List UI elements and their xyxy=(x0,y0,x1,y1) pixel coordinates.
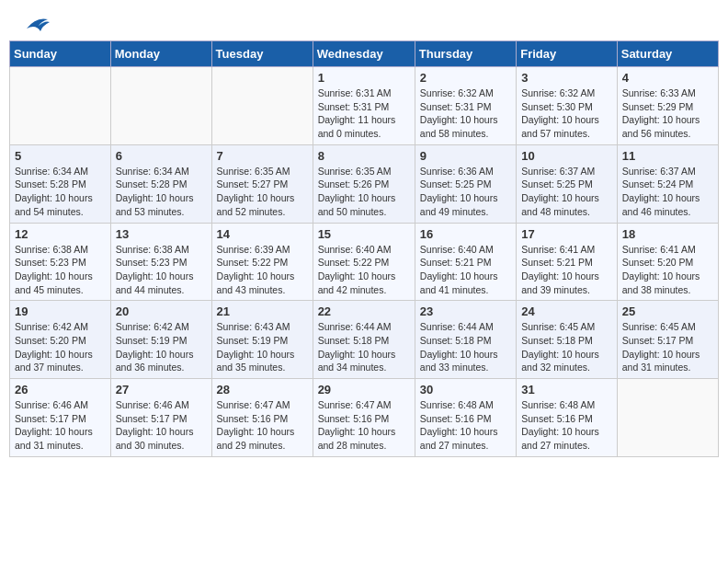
calendar-cell: 10Sunrise: 6:37 AM Sunset: 5:25 PM Dayli… xyxy=(517,144,618,223)
calendar-table: SundayMondayTuesdayWednesdayThursdayFrid… xyxy=(9,40,719,457)
calendar-cell: 22Sunrise: 6:44 AM Sunset: 5:18 PM Dayli… xyxy=(313,301,415,379)
day-number: 23 xyxy=(420,304,511,318)
day-info: Sunrise: 6:43 AM Sunset: 5:19 PM Dayligh… xyxy=(217,320,308,374)
day-info: Sunrise: 6:33 AM Sunset: 5:29 PM Dayligh… xyxy=(622,86,713,141)
day-number: 4 xyxy=(622,71,713,85)
day-info: Sunrise: 6:40 AM Sunset: 5:22 PM Dayligh… xyxy=(318,243,410,297)
calendar-cell: 18Sunrise: 6:41 AM Sunset: 5:20 PM Dayli… xyxy=(617,223,718,301)
calendar-cell: 2Sunrise: 6:32 AM Sunset: 5:31 PM Daylig… xyxy=(415,67,516,145)
calendar-cell: 23Sunrise: 6:44 AM Sunset: 5:18 PM Dayli… xyxy=(415,301,516,379)
calendar-cell: 16Sunrise: 6:40 AM Sunset: 5:21 PM Dayli… xyxy=(415,223,516,301)
weekday-header: Tuesday xyxy=(211,41,313,67)
calendar-cell xyxy=(617,379,718,457)
weekday-header: Sunday xyxy=(10,41,111,67)
calendar-cell: 29Sunrise: 6:47 AM Sunset: 5:16 PM Dayli… xyxy=(313,379,415,457)
day-info: Sunrise: 6:36 AM Sunset: 5:25 PM Dayligh… xyxy=(420,165,511,219)
day-number: 14 xyxy=(217,227,308,241)
weekday-header: Saturday xyxy=(617,41,718,67)
calendar-container: SundayMondayTuesdayWednesdayThursdayFrid… xyxy=(0,40,728,466)
day-info: Sunrise: 6:42 AM Sunset: 5:20 PM Dayligh… xyxy=(15,320,106,374)
calendar-cell: 14Sunrise: 6:39 AM Sunset: 5:22 PM Dayli… xyxy=(211,223,313,301)
day-info: Sunrise: 6:34 AM Sunset: 5:28 PM Dayligh… xyxy=(15,165,106,219)
day-number: 18 xyxy=(622,227,713,241)
calendar-cell: 4Sunrise: 6:33 AM Sunset: 5:29 PM Daylig… xyxy=(617,67,718,145)
day-info: Sunrise: 6:46 AM Sunset: 5:17 PM Dayligh… xyxy=(116,398,207,453)
day-info: Sunrise: 6:32 AM Sunset: 5:30 PM Dayligh… xyxy=(521,86,612,141)
weekday-header: Thursday xyxy=(415,41,516,67)
day-number: 19 xyxy=(15,304,106,318)
day-number: 29 xyxy=(318,383,410,396)
day-number: 11 xyxy=(622,149,713,163)
weekday-header: Wednesday xyxy=(313,41,415,67)
day-info: Sunrise: 6:35 AM Sunset: 5:26 PM Dayligh… xyxy=(318,165,410,219)
day-info: Sunrise: 6:48 AM Sunset: 5:16 PM Dayligh… xyxy=(420,398,511,453)
calendar-cell: 6Sunrise: 6:34 AM Sunset: 5:28 PM Daylig… xyxy=(110,144,211,223)
day-info: Sunrise: 6:39 AM Sunset: 5:22 PM Dayligh… xyxy=(217,243,308,297)
page-header xyxy=(0,0,728,40)
day-info: Sunrise: 6:31 AM Sunset: 5:31 PM Dayligh… xyxy=(318,86,410,141)
calendar-week-row: 19Sunrise: 6:42 AM Sunset: 5:20 PM Dayli… xyxy=(10,301,719,379)
calendar-cell: 27Sunrise: 6:46 AM Sunset: 5:17 PM Dayli… xyxy=(110,379,211,457)
calendar-cell: 21Sunrise: 6:43 AM Sunset: 5:19 PM Dayli… xyxy=(211,301,313,379)
day-info: Sunrise: 6:45 AM Sunset: 5:18 PM Dayligh… xyxy=(521,320,612,374)
calendar-cell: 24Sunrise: 6:45 AM Sunset: 5:18 PM Dayli… xyxy=(517,301,618,379)
day-info: Sunrise: 6:41 AM Sunset: 5:21 PM Dayligh… xyxy=(521,243,612,297)
calendar-cell: 25Sunrise: 6:45 AM Sunset: 5:17 PM Dayli… xyxy=(617,301,718,379)
day-number: 5 xyxy=(15,149,106,163)
day-info: Sunrise: 6:44 AM Sunset: 5:18 PM Dayligh… xyxy=(420,320,511,374)
calendar-header-row: SundayMondayTuesdayWednesdayThursdayFrid… xyxy=(10,41,719,67)
day-number: 3 xyxy=(521,71,612,85)
day-number: 2 xyxy=(420,71,511,85)
day-info: Sunrise: 6:37 AM Sunset: 5:25 PM Dayligh… xyxy=(521,165,612,219)
day-number: 21 xyxy=(217,304,308,318)
day-number: 20 xyxy=(116,304,207,318)
calendar-cell: 30Sunrise: 6:48 AM Sunset: 5:16 PM Dayli… xyxy=(415,379,516,457)
calendar-cell: 13Sunrise: 6:38 AM Sunset: 5:23 PM Dayli… xyxy=(110,223,211,301)
calendar-week-row: 1Sunrise: 6:31 AM Sunset: 5:31 PM Daylig… xyxy=(10,67,719,145)
calendar-cell: 8Sunrise: 6:35 AM Sunset: 5:26 PM Daylig… xyxy=(313,144,415,223)
day-number: 12 xyxy=(15,227,106,241)
day-info: Sunrise: 6:44 AM Sunset: 5:18 PM Dayligh… xyxy=(318,320,410,374)
calendar-cell: 9Sunrise: 6:36 AM Sunset: 5:25 PM Daylig… xyxy=(415,144,516,223)
calendar-cell: 26Sunrise: 6:46 AM Sunset: 5:17 PM Dayli… xyxy=(10,379,111,457)
calendar-cell: 12Sunrise: 6:38 AM Sunset: 5:23 PM Dayli… xyxy=(10,223,111,301)
day-number: 27 xyxy=(116,383,207,396)
day-number: 25 xyxy=(622,304,713,318)
day-number: 28 xyxy=(217,383,308,396)
day-info: Sunrise: 6:40 AM Sunset: 5:21 PM Dayligh… xyxy=(420,243,511,297)
calendar-cell: 19Sunrise: 6:42 AM Sunset: 5:20 PM Dayli… xyxy=(10,301,111,379)
day-number: 24 xyxy=(521,304,612,318)
calendar-cell xyxy=(211,67,313,145)
day-number: 7 xyxy=(217,149,308,163)
day-info: Sunrise: 6:47 AM Sunset: 5:16 PM Dayligh… xyxy=(217,398,308,453)
day-number: 22 xyxy=(318,304,410,318)
day-info: Sunrise: 6:32 AM Sunset: 5:31 PM Dayligh… xyxy=(420,86,511,141)
day-number: 16 xyxy=(420,227,511,241)
calendar-cell: 15Sunrise: 6:40 AM Sunset: 5:22 PM Dayli… xyxy=(313,223,415,301)
calendar-cell xyxy=(10,67,111,145)
calendar-cell: 5Sunrise: 6:34 AM Sunset: 5:28 PM Daylig… xyxy=(10,144,111,223)
day-number: 31 xyxy=(521,383,612,396)
day-number: 17 xyxy=(521,227,612,241)
day-info: Sunrise: 6:41 AM Sunset: 5:20 PM Dayligh… xyxy=(622,243,713,297)
day-number: 1 xyxy=(318,71,410,85)
calendar-cell: 1Sunrise: 6:31 AM Sunset: 5:31 PM Daylig… xyxy=(313,67,415,145)
day-number: 6 xyxy=(116,149,207,163)
calendar-cell: 7Sunrise: 6:35 AM Sunset: 5:27 PM Daylig… xyxy=(211,144,313,223)
day-info: Sunrise: 6:38 AM Sunset: 5:23 PM Dayligh… xyxy=(15,243,106,297)
weekday-header: Friday xyxy=(517,41,618,67)
day-info: Sunrise: 6:37 AM Sunset: 5:24 PM Dayligh… xyxy=(622,165,713,219)
day-info: Sunrise: 6:38 AM Sunset: 5:23 PM Dayligh… xyxy=(116,243,207,297)
day-number: 15 xyxy=(318,227,410,241)
day-info: Sunrise: 6:45 AM Sunset: 5:17 PM Dayligh… xyxy=(622,320,713,374)
calendar-cell: 31Sunrise: 6:48 AM Sunset: 5:16 PM Dayli… xyxy=(517,379,618,457)
calendar-week-row: 5Sunrise: 6:34 AM Sunset: 5:28 PM Daylig… xyxy=(10,144,719,223)
calendar-cell: 20Sunrise: 6:42 AM Sunset: 5:19 PM Dayli… xyxy=(110,301,211,379)
calendar-week-row: 12Sunrise: 6:38 AM Sunset: 5:23 PM Dayli… xyxy=(10,223,719,301)
calendar-cell: 17Sunrise: 6:41 AM Sunset: 5:21 PM Dayli… xyxy=(517,223,618,301)
logo-bird-icon xyxy=(22,15,50,33)
day-number: 13 xyxy=(116,227,207,241)
weekday-header: Monday xyxy=(110,41,211,67)
calendar-cell: 28Sunrise: 6:47 AM Sunset: 5:16 PM Dayli… xyxy=(211,379,313,457)
calendar-cell xyxy=(110,67,211,145)
